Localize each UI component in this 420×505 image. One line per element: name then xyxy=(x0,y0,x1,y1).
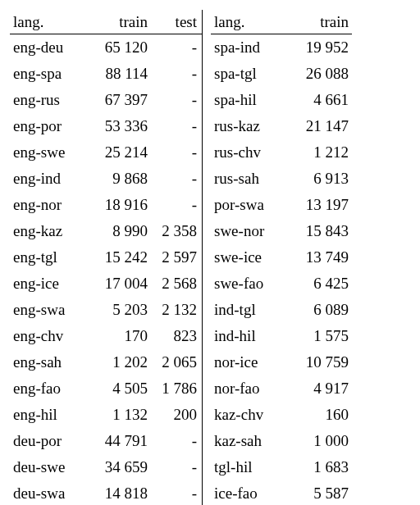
cell-test: - xyxy=(151,485,202,503)
cell-lang: swe-nor xyxy=(211,222,290,240)
table-row: eng-spa88 114- xyxy=(10,61,202,87)
cell-lang: eng-fao xyxy=(10,380,89,398)
table-row: eng-chv170823 xyxy=(10,323,202,349)
cell-lang: eng-kaz xyxy=(10,222,89,240)
table-row: eng-tgl15 2422 597 xyxy=(10,244,202,271)
cell-lang: eng-swa xyxy=(10,301,89,319)
cell-lang: deu-swe xyxy=(10,458,89,476)
table-row: deu-swa14 818- xyxy=(10,480,202,505)
cell-train: 53 336 xyxy=(89,117,151,135)
col-header-lang: lang. xyxy=(211,13,290,31)
cell-train: 4 661 xyxy=(290,91,352,109)
table-row: nor-fao4 917 xyxy=(211,375,352,402)
cell-lang: kaz-chv xyxy=(211,406,290,424)
cell-train: 4 505 xyxy=(89,380,151,398)
cell-test: - xyxy=(151,117,202,135)
cell-train: 6 425 xyxy=(290,275,352,293)
cell-train: 15 242 xyxy=(89,248,151,266)
cell-test: 2 065 xyxy=(151,353,202,371)
language-pair-table: lang. train test eng-deu65 120-eng-spa88… xyxy=(10,10,410,505)
cell-lang: eng-tgl xyxy=(10,248,89,266)
cell-train: 67 397 xyxy=(89,91,151,109)
table-row: deu-por44 791- xyxy=(10,428,202,454)
table-right-body: spa-ind19 952spa-tgl26 088spa-hil4 661ru… xyxy=(211,34,352,505)
cell-train: 65 120 xyxy=(89,39,151,57)
table-row: swe-nor15 843 xyxy=(211,218,352,244)
cell-test: - xyxy=(151,432,202,450)
table-row: eng-ice17 0042 568 xyxy=(10,271,202,297)
cell-lang: eng-nor xyxy=(10,196,89,214)
cell-lang: nor-ice xyxy=(211,353,290,371)
cell-train: 18 916 xyxy=(89,196,151,214)
cell-train: 21 147 xyxy=(290,117,352,135)
cell-train: 1 202 xyxy=(89,353,151,371)
cell-lang: spa-ind xyxy=(211,39,290,57)
cell-lang: eng-spa xyxy=(10,65,89,83)
cell-lang: ind-hil xyxy=(211,327,290,345)
cell-train: 15 843 xyxy=(290,222,352,240)
cell-test: - xyxy=(151,91,202,109)
cell-lang: spa-tgl xyxy=(211,65,290,83)
cell-lang: spa-hil xyxy=(211,91,290,109)
cell-train: 1 000 xyxy=(290,432,352,450)
cell-lang: eng-ice xyxy=(10,275,89,293)
cell-train: 13 749 xyxy=(290,248,352,266)
table-header-left: lang. train test xyxy=(10,10,202,34)
cell-test: - xyxy=(151,458,202,476)
table-header-right: lang. train xyxy=(211,10,352,34)
cell-lang: eng-chv xyxy=(10,327,89,345)
table-row: eng-deu65 120- xyxy=(10,34,202,61)
table-left-body: eng-deu65 120-eng-spa88 114-eng-rus67 39… xyxy=(10,34,202,505)
table-row: eng-kaz8 9902 358 xyxy=(10,218,202,244)
cell-lang: ice-fao xyxy=(211,485,290,503)
cell-lang: rus-chv xyxy=(211,143,290,162)
table-row: eng-por53 336- xyxy=(10,113,202,139)
table-row: rus-kaz21 147 xyxy=(211,113,352,139)
table-row: swe-ice13 749 xyxy=(211,244,352,271)
table-row: swe-fao6 425 xyxy=(211,271,352,297)
cell-test: 2 358 xyxy=(151,222,202,240)
table-row: eng-fao4 5051 786 xyxy=(10,375,202,402)
cell-train: 6 913 xyxy=(290,170,352,188)
cell-test: - xyxy=(151,196,202,214)
cell-lang: rus-kaz xyxy=(211,117,290,135)
cell-lang: por-swa xyxy=(211,196,290,214)
cell-train: 13 197 xyxy=(290,196,352,214)
cell-lang: eng-ind xyxy=(10,170,89,188)
table-row: spa-tgl26 088 xyxy=(211,61,352,87)
cell-lang: nor-fao xyxy=(211,380,290,398)
table-row: por-swa13 197 xyxy=(211,192,352,218)
cell-train: 34 659 xyxy=(89,458,151,476)
cell-train: 19 952 xyxy=(290,39,352,57)
cell-train: 5 587 xyxy=(290,485,352,503)
cell-train: 5 203 xyxy=(89,301,151,319)
table-row: ind-tgl6 089 xyxy=(211,297,352,323)
cell-lang: swe-fao xyxy=(211,275,290,293)
table-row: eng-ind9 868- xyxy=(10,166,202,192)
cell-train: 9 868 xyxy=(89,170,151,188)
cell-train: 1 212 xyxy=(290,143,352,162)
col-header-test: test xyxy=(151,13,202,31)
col-header-train: train xyxy=(89,13,151,31)
table-row: spa-hil4 661 xyxy=(211,87,352,113)
table-row: rus-sah6 913 xyxy=(211,166,352,192)
cell-train: 170 xyxy=(89,327,151,345)
table-row: nor-ice10 759 xyxy=(211,349,352,375)
cell-lang: eng-hil xyxy=(10,406,89,424)
cell-test: - xyxy=(151,143,202,162)
table-row: ice-fao5 587 xyxy=(211,480,352,505)
cell-train: 1 132 xyxy=(89,406,151,424)
cell-lang: eng-por xyxy=(10,117,89,135)
table-row: kaz-sah1 000 xyxy=(211,428,352,454)
cell-lang: eng-rus xyxy=(10,91,89,109)
table-row: deu-swe34 659- xyxy=(10,454,202,480)
table-row: tgl-hil1 683 xyxy=(211,454,352,480)
col-header-lang: lang. xyxy=(10,13,89,31)
cell-test: 823 xyxy=(151,327,202,345)
col-header-train: train xyxy=(290,13,352,31)
cell-train: 17 004 xyxy=(89,275,151,293)
cell-lang: eng-swe xyxy=(10,143,89,162)
cell-train: 160 xyxy=(290,406,352,424)
cell-test: - xyxy=(151,65,202,83)
cell-test: 1 786 xyxy=(151,380,202,398)
